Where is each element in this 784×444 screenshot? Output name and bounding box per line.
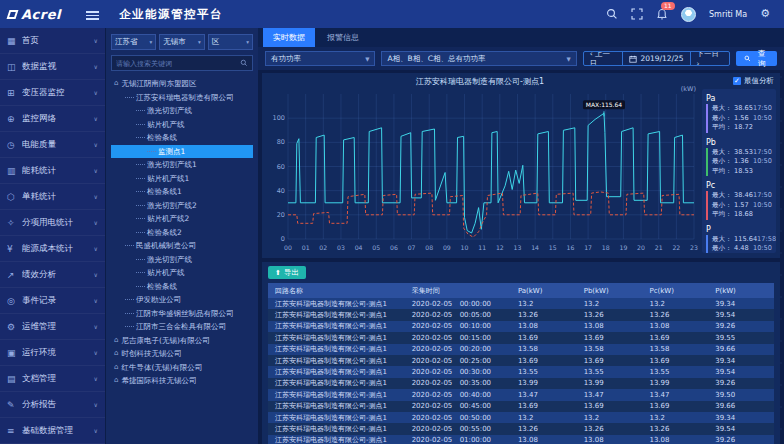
tree-node[interactable]: ⌂红牛导体(无锡)有限公司 <box>111 361 253 375</box>
data-monitor-icon: ◫ <box>7 62 22 72</box>
chevron-down-icon: ∨ <box>94 323 98 330</box>
base-data-icon: ≡ <box>7 426 22 436</box>
cell-collect-time: 2020-02-0501:00:00 <box>405 435 511 444</box>
sidebar-item[interactable]: ▣运行环境∨ <box>0 340 105 366</box>
sidebar-item[interactable]: ◫数据监视∨ <box>0 54 105 80</box>
cell-circuit-name: 江苏安科瑞电器制造有限公司-测点1 <box>268 309 405 320</box>
next-day-button[interactable]: 下一日 › <box>690 52 730 65</box>
sidebar-item-label: 基础数据管理 <box>22 425 94 437</box>
fullscreen-icon[interactable] <box>631 8 643 20</box>
sidebar-item[interactable]: ◷电能质量∨ <box>0 132 105 158</box>
svg-text:14: 14 <box>531 244 539 251</box>
svg-text:22: 22 <box>672 244 680 251</box>
tree-node[interactable]: 民盛机械制造公司 <box>111 239 253 253</box>
sidebar-item-label: 监控网络 <box>22 113 94 125</box>
tree-node[interactable]: 检验条线1 <box>111 185 253 199</box>
tab-inactive[interactable]: 报警信息 <box>317 28 369 47</box>
table-row: 江苏安科瑞电器制造有限公司-测点12020-02-0500:40:0013.47… <box>268 389 774 400</box>
region-select[interactable]: 区▾ <box>208 34 253 50</box>
tree-node[interactable]: 激光切割产线2 <box>111 199 253 213</box>
sidebar-item[interactable]: ▦首页∨ <box>0 28 105 54</box>
sidebar-item[interactable]: ✧分项用电统计∨ <box>0 210 105 236</box>
user-name: Smriti Ma <box>709 10 747 19</box>
document-management-icon: ▤ <box>7 374 22 384</box>
export-button[interactable]: ⬆ 导出 <box>268 266 306 279</box>
search-icon[interactable] <box>606 8 618 20</box>
chevron-down-icon: ▼ <box>365 56 369 62</box>
tree-node[interactable]: ⌂尼吉康电子(无锡)有限公司 <box>111 334 253 348</box>
date-picker[interactable]: 2019/12/25 <box>622 52 689 65</box>
chevron-down-icon: ∨ <box>94 141 98 148</box>
cell-power-value: 39.54 <box>708 309 774 320</box>
tree-node[interactable]: 贴片机产线1 <box>111 172 253 186</box>
tree-node[interactable]: 检验条线2 <box>111 226 253 240</box>
tree-node[interactable]: 激光切割产线1 <box>111 158 253 172</box>
tree-node[interactable]: 贴片机产线 <box>111 266 253 280</box>
acrel-logo-text: Acrel <box>21 7 61 22</box>
sidebar-item[interactable]: ⬡单耗统计∨ <box>0 184 105 210</box>
tree-node[interactable]: 激光切割产线 <box>111 104 253 118</box>
query-button[interactable]: 查询 <box>736 51 777 66</box>
sidebar-item[interactable]: ≡基础数据管理∨ <box>0 418 105 444</box>
phase-select[interactable]: A相、B相、C相、总有功功率▼ <box>381 51 576 66</box>
cell-circuit-name: 江苏安科瑞电器制造有限公司-测点1 <box>268 378 405 389</box>
tree-node[interactable]: 激光切割产线 <box>111 253 253 267</box>
tree-node[interactable]: 检验条线 <box>111 131 253 145</box>
header-actions: 11 Smriti Ma ⚙ <box>606 7 784 22</box>
sidebar-item[interactable]: ¥能源成本统计∨ <box>0 236 105 262</box>
query-button-label: 查询 <box>754 49 769 69</box>
svg-text:21: 21 <box>655 244 663 251</box>
tree-node[interactable]: 江阴市三合金检具有限公司 <box>111 320 253 334</box>
tree-node[interactable]: ⌂无锡江阴南闸东盟园区 <box>111 77 253 91</box>
tree-node[interactable]: 检验条线 <box>111 280 253 294</box>
sidebar-item[interactable]: ▥能耗统计∨ <box>0 158 105 184</box>
user-avatar[interactable] <box>681 7 696 22</box>
sidebar-item[interactable]: ↗绩效分析∨ <box>0 262 105 288</box>
sidebar-item[interactable]: ◎事件记录∨ <box>0 288 105 314</box>
svg-text:04: 04 <box>355 244 363 251</box>
sidebar-item[interactable]: ▤文档管理∨ <box>0 366 105 392</box>
menu-toggle-icon[interactable] <box>86 9 99 22</box>
tree-node[interactable]: 贴片机产线2 <box>111 212 253 226</box>
readings-table: 回路名称采集时间Pa(kW)Pb(kW)Pc(kW)P(kW) 江苏安科瑞电器制… <box>268 283 774 444</box>
svg-text:80: 80 <box>277 138 285 146</box>
cell-power-value: 13.69 <box>642 332 708 343</box>
tree-node[interactable]: 伊发勘业公司 <box>111 293 253 307</box>
tree-node[interactable]: ⌂时创科技无锡公司 <box>111 347 253 361</box>
sidebar-item-label: 文档管理 <box>22 373 94 385</box>
tab-active[interactable]: 实时数据 <box>263 28 315 47</box>
prev-day-button[interactable]: ‹ 上一日 <box>584 52 623 65</box>
parameter-select[interactable]: 有功功率▼ <box>265 51 375 66</box>
tree-node-label: 激光切割产线 <box>147 253 192 267</box>
notifications-bell-icon[interactable]: 11 <box>656 8 668 20</box>
stat-rows: 最大：38.5317:50最小：1.3610:50平均：18.53 <box>706 148 772 177</box>
tree-node[interactable]: 监测点1 <box>111 145 253 159</box>
cell-collect-time: 2020-02-0500:45:00 <box>405 401 511 412</box>
stat-rows: 最大：38.6517:50最小：1.5610:50平均：18.72 <box>706 104 772 133</box>
tree-node[interactable]: 江阴市华盛钢丝制品有限公司 <box>111 307 253 321</box>
export-icon: ⬆ <box>275 269 281 277</box>
filter-bar: 有功功率▼ A相、B相、C相、总有功功率▼ ‹ 上一日 2019/12/25 下… <box>258 47 784 70</box>
tree-node[interactable]: 贴片机产线 <box>111 118 253 132</box>
region-select[interactable]: 无锡市▾ <box>159 34 204 50</box>
region-select[interactable]: 江苏省▾ <box>111 34 156 50</box>
cell-power-value: 13.26 <box>577 309 643 320</box>
tree-node[interactable]: 江苏安科瑞电器制造有限公司 <box>111 91 253 105</box>
sidebar-item[interactable]: ⊕监控网络∨ <box>0 106 105 132</box>
settings-gear-icon[interactable]: ⚙ <box>760 8 770 20</box>
svg-text:09: 09 <box>443 244 451 251</box>
max-analysis-checkbox[interactable]: ✓ 最值分析 <box>733 76 774 86</box>
sidebar-item[interactable]: ⚙运维管理∨ <box>0 314 105 340</box>
acrel-logo-icon <box>7 10 19 19</box>
cell-power-value: 13.69 <box>511 401 577 412</box>
sidebar-item[interactable]: ⊞变压器监控∨ <box>0 80 105 106</box>
tree-node-label: 江苏安科瑞电器制造有限公司 <box>136 91 234 105</box>
sidebar-item[interactable]: ✎分析报告∨ <box>0 392 105 418</box>
cell-collect-time: 2020-02-0500:15:00 <box>405 332 511 343</box>
tree-search-icon[interactable] <box>240 59 248 67</box>
cell-power-value: 13.47 <box>511 389 577 400</box>
chevron-down-icon: ▼ <box>566 56 570 62</box>
tree-search-input[interactable] <box>116 60 240 67</box>
stat-value: 18.68 <box>734 210 772 220</box>
tree-node[interactable]: ⌂希捷国际科技无锡公司 <box>111 374 253 388</box>
